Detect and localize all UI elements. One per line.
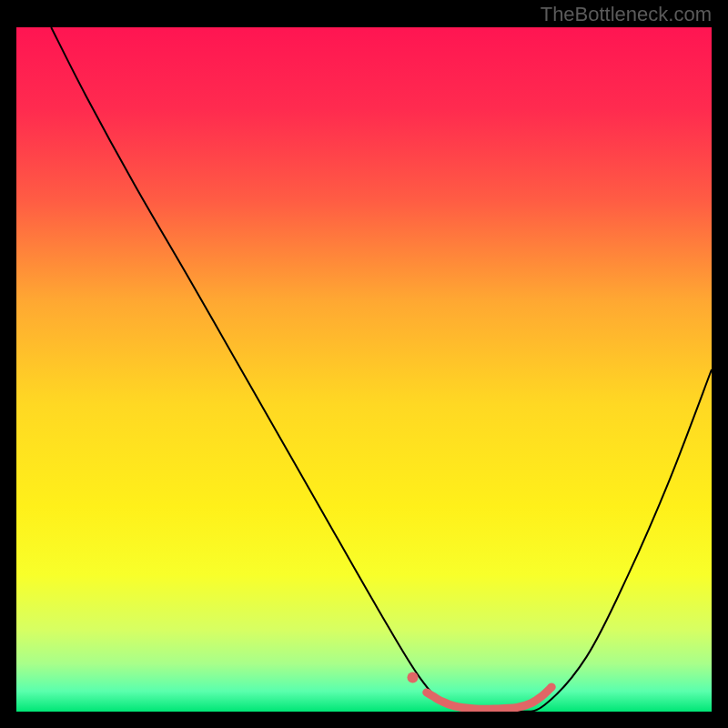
highlight-dot	[407, 672, 418, 682]
plot-area	[16, 27, 712, 712]
chart-container: TheBottleneck.com	[0, 0, 728, 728]
attribution-text: TheBottleneck.com	[541, 3, 712, 26]
gradient-background	[16, 27, 712, 712]
chart-svg	[16, 27, 712, 712]
